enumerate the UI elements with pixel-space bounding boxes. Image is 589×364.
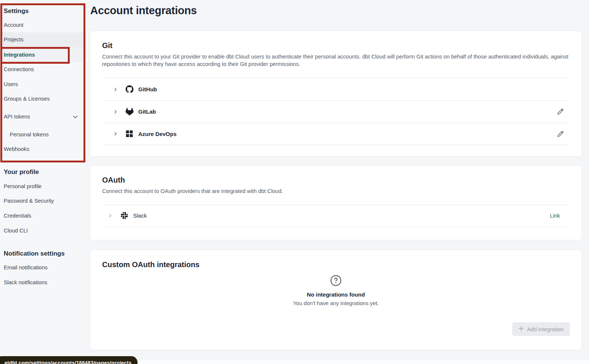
provider-label: GitHub (138, 86, 157, 92)
custom-oauth-section-title: Custom OAuth integrations (102, 260, 570, 269)
chevron-right-icon (113, 87, 118, 92)
plus-icon (519, 326, 524, 332)
sidebar-item-integrations[interactable]: Integrations (4, 51, 35, 58)
sidebar-item-personal-profile[interactable]: Personal profile (4, 183, 41, 190)
empty-state-title: No integrations found (90, 291, 582, 298)
chevron-right-icon (113, 110, 118, 114)
provider-label: Slack (133, 212, 147, 219)
azure-devops-icon (125, 130, 133, 137)
edit-pencil-icon[interactable] (557, 108, 564, 115)
sidebar-heading-your-profile: Your profile (4, 168, 39, 176)
sidebar-item-api-tokens[interactable]: API tokens (4, 113, 30, 120)
sidebar-item-groups-licenses[interactable]: Groups & Licenses (4, 95, 50, 102)
oauth-section-title: OAuth (102, 175, 570, 185)
git-provider-row-gitlab[interactable]: GitLab (102, 100, 570, 123)
oauth-provider-row-slack[interactable]: Slack Link (102, 205, 570, 227)
sidebar-item-account[interactable]: Account (4, 21, 23, 29)
empty-state-subtitle: You don't have any integrations yet. (90, 300, 582, 306)
git-section-title: Git (102, 41, 570, 50)
add-integration-button[interactable]: Add integration (512, 322, 570, 336)
github-icon (125, 85, 133, 93)
sidebar-item-slack-notifications[interactable]: Slack notifications (4, 279, 47, 286)
provider-label: GitLab (138, 108, 156, 115)
empty-state: No integrations found You don't have any… (90, 275, 582, 306)
slack-icon (120, 212, 128, 219)
sidebar-item-credentials[interactable]: Credentials (4, 212, 31, 219)
sidebar-item-webhooks[interactable]: Webhooks (4, 145, 29, 153)
sidebar-item-password-security[interactable]: Password & Security (4, 197, 54, 205)
git-integrations-card: Git Connect this account to your Git pro… (90, 31, 582, 156)
oauth-integrations-card: OAuth Connect this account to OAuth prov… (90, 165, 582, 240)
sidebar-item-email-notifications[interactable]: Email notifications (4, 264, 48, 271)
question-circle-icon (330, 281, 342, 288)
sidebar-heading-notification-settings: Notification settings (4, 250, 64, 257)
chevron-right-icon (113, 132, 118, 136)
oauth-section-description: Connect this account to OAuth providers … (102, 188, 569, 195)
sidebar-item-projects[interactable]: Projects (4, 36, 23, 43)
settings-sidebar: Settings Account Projects Integrations C… (0, 0, 86, 360)
gitlab-icon (125, 108, 133, 115)
sidebar-item-personal-tokens[interactable]: Personal tokens (10, 131, 49, 138)
sidebar-heading-settings: Settings (4, 7, 29, 15)
add-integration-label: Add integration (527, 326, 564, 332)
sidebar-item-cloud-cli[interactable]: Cloud CLI (4, 227, 28, 234)
custom-oauth-integrations-card: Custom OAuth integrations No integration… (90, 250, 582, 350)
link-preview-statusbar: etdbt.com/settings/accounts/188483/pages… (0, 356, 138, 364)
page-title: Account integrations (90, 4, 197, 17)
slack-link-action[interactable]: Link (550, 213, 560, 219)
chevron-right-icon (108, 213, 113, 218)
chevron-down-icon[interactable] (72, 114, 78, 120)
edit-pencil-icon[interactable] (557, 131, 564, 137)
git-provider-row-github[interactable]: GitHub (102, 78, 570, 100)
git-provider-row-azure-devops[interactable]: Azure DevOps (102, 123, 570, 145)
sidebar-item-connections[interactable]: Connections (4, 66, 34, 73)
git-section-description: Connect this account to your Git provide… (102, 53, 569, 68)
provider-label: Azure DevOps (138, 131, 177, 137)
sidebar-item-users[interactable]: Users (4, 80, 18, 88)
